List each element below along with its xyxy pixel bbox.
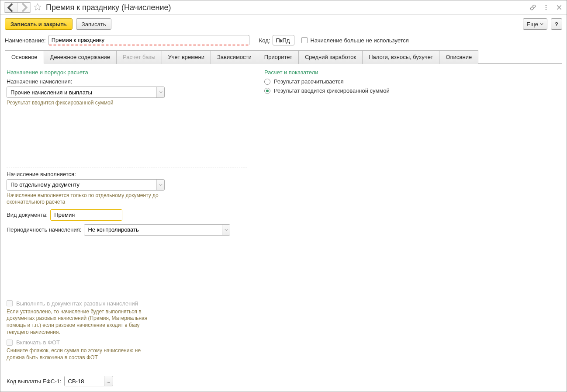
tab-bar: Основное Денежное содержание Расчет базы…: [5, 50, 562, 64]
nav-forward-button: [17, 3, 31, 12]
tab-money-content[interactable]: Денежное содержание: [44, 50, 117, 64]
efs-input[interactable]: ...: [64, 376, 113, 386]
link-icon[interactable]: [529, 3, 537, 11]
window-title: Премия к празднику (Начисление): [46, 3, 526, 12]
help-button[interactable]: ?: [551, 18, 562, 30]
doc-select[interactable]: [50, 209, 122, 221]
fot-label: Включать в ФОТ: [16, 339, 60, 346]
tab-taxes[interactable]: Налоги, взносы, бухучет: [362, 50, 439, 64]
chevron-down-icon[interactable]: [156, 87, 164, 97]
exec-hint: Начисление выполняется только по отдельн…: [7, 192, 173, 206]
section-calc-title: Расчет и показатели: [264, 69, 390, 76]
kebab-menu-icon[interactable]: [542, 3, 550, 11]
svg-point-2: [546, 9, 546, 10]
tab-dependencies[interactable]: Зависимости: [211, 50, 258, 64]
exec-label: Начисление выполняется:: [7, 171, 247, 177]
not-used-label: Начисление больше не используется: [310, 37, 408, 44]
name-input[interactable]: [48, 35, 249, 45]
exec-select[interactable]: [7, 179, 165, 191]
tab-time-track[interactable]: Учет времени: [162, 50, 211, 64]
fot-checkbox: [7, 340, 13, 346]
not-used-checkbox[interactable]: [301, 37, 308, 43]
period-select[interactable]: [84, 224, 230, 236]
svg-point-0: [546, 5, 546, 6]
period-label: Периодичность начисления:: [7, 226, 81, 233]
radio-calculated-label: Результат рассчитывается: [274, 78, 344, 85]
purpose-hint: Результат вводится фиксированной суммой: [7, 100, 247, 107]
purpose-label: Назначение начисления:: [7, 78, 247, 85]
close-icon[interactable]: [555, 3, 563, 11]
onetime-checkbox: [7, 300, 13, 306]
chevron-down-icon[interactable]: [156, 180, 164, 190]
radio-calculated[interactable]: [264, 79, 270, 85]
chevron-down-icon[interactable]: [222, 225, 230, 235]
more-button[interactable]: Еще: [523, 18, 547, 30]
onetime-hint: Если установлено, то начисление будет вы…: [7, 309, 155, 336]
section-purpose-title: Назначение и порядок расчета: [7, 69, 247, 76]
tab-main[interactable]: Основное: [5, 50, 44, 64]
tab-description[interactable]: Описание: [439, 50, 478, 64]
save-close-button[interactable]: Записать и закрыть: [5, 18, 73, 30]
ellipsis-button[interactable]: ...: [104, 376, 113, 386]
code-input[interactable]: [273, 35, 294, 45]
purpose-select[interactable]: [7, 87, 165, 98]
doc-label: Вид документа:: [7, 212, 48, 218]
tab-base-calc: Расчет базы: [116, 50, 162, 64]
name-label: Наименование:: [5, 37, 46, 44]
onetime-label: Выполнять в документах разовых начислени…: [16, 300, 138, 307]
radio-fixed[interactable]: [264, 88, 270, 94]
favorite-star-icon[interactable]: [34, 3, 41, 12]
save-button[interactable]: Записать: [76, 18, 112, 30]
fot-hint: Снимите флажок, если сумма по этому начи…: [7, 347, 146, 361]
tab-priority[interactable]: Приоритет: [258, 50, 299, 64]
nav-back-button[interactable]: [4, 3, 17, 12]
efs-label: Код выплаты ЕФС-1:: [7, 378, 62, 385]
tab-avg-earnings[interactable]: Средний заработок: [298, 50, 363, 64]
radio-fixed-label: Результат вводится фиксированной суммой: [274, 87, 390, 94]
code-label: Код:: [259, 37, 270, 44]
svg-point-1: [546, 7, 546, 8]
